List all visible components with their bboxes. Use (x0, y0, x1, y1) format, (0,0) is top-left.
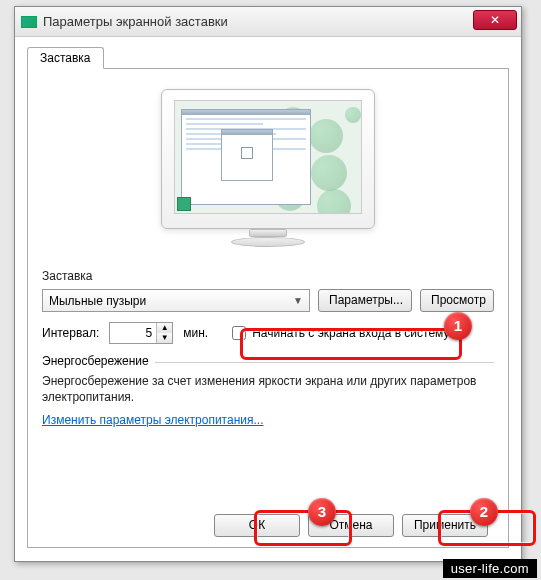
logon-checkbox-wrap[interactable]: Начинать с экрана входа в систему (232, 326, 449, 340)
spin-down-icon[interactable]: ▼ (157, 333, 172, 343)
power-description: Энергосбережение за счет изменения яркос… (42, 373, 494, 405)
screensaver-group-label: Заставка (42, 269, 494, 283)
tab-content: Заставка Мыльные пузыри ▼ Параметры... П… (27, 68, 509, 548)
annotation-badge-1: 1 (444, 312, 472, 340)
screensaver-select-value: Мыльные пузыри (49, 294, 146, 308)
spin-up-icon[interactable]: ▲ (157, 323, 172, 333)
chevron-down-icon: ▼ (293, 295, 303, 306)
power-settings-link[interactable]: Изменить параметры электропитания... (42, 413, 263, 427)
interval-spinner[interactable]: ▲ ▼ (109, 322, 173, 344)
annotation-badge-2: 2 (470, 498, 498, 526)
screensaver-select[interactable]: Мыльные пузыри ▼ (42, 289, 310, 312)
watermark: user-life.com (443, 559, 537, 578)
logon-checkbox-label: Начинать с экрана входа в систему (252, 326, 449, 340)
annotation-badge-3: 3 (308, 498, 336, 526)
settings-button[interactable]: Параметры... (318, 289, 412, 312)
interval-label: Интервал: (42, 326, 99, 340)
app-icon (21, 16, 37, 28)
preview-button[interactable]: Просмотр (420, 289, 494, 312)
window-title: Параметры экранной заставки (43, 14, 228, 29)
close-button[interactable]: ✕ (473, 10, 517, 30)
titlebar[interactable]: Параметры экранной заставки ✕ (15, 7, 521, 37)
tab-screensaver[interactable]: Заставка (27, 47, 104, 69)
screensaver-settings-window: Параметры экранной заставки ✕ Заставка (14, 6, 522, 562)
interval-input[interactable] (110, 323, 156, 343)
interval-unit: мин. (183, 326, 208, 340)
screensaver-preview (161, 89, 375, 251)
ok-button[interactable]: ОК (214, 514, 300, 537)
logon-checkbox[interactable] (232, 326, 246, 340)
power-group-label: Энергосбережение (42, 354, 155, 368)
